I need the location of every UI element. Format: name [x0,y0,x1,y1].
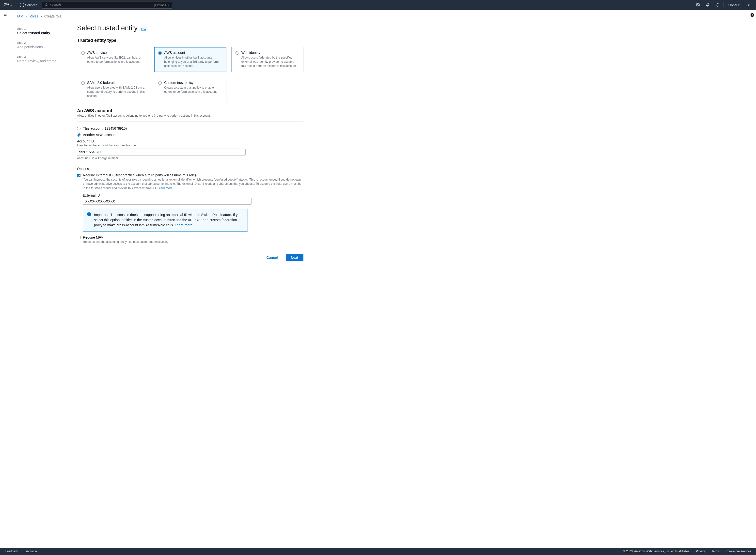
top-nav: aws Services [Option+S] Global ▾ ▾ [0,0,756,10]
notifications-icon[interactable] [703,1,712,9]
services-label: Services [25,3,37,7]
grid-icon [20,3,24,7]
entity-card-saml[interactable]: SAML 2.0 federation Allow users federate… [77,77,149,102]
learn-more-link[interactable]: Learn more [175,223,193,227]
entity-card-aws-account[interactable]: AWS account Allow entities in other AWS … [154,47,226,72]
search-shortcut: [Option+S] [154,3,170,7]
radio-icon [77,127,81,130]
account-id-label: Account ID [77,139,303,143]
footer-terms[interactable]: Terms [711,550,720,553]
account-id-input[interactable] [77,148,246,156]
info-link[interactable]: Info [141,28,146,31]
radio-icon [158,51,162,55]
checkbox-external-id[interactable]: Require external ID (Best practice when … [77,173,303,190]
radio-icon [81,51,85,55]
account-menu[interactable]: ▾ [746,1,752,9]
services-menu[interactable]: Services [18,2,40,8]
sidebar-toggle[interactable] [0,10,10,548]
checkbox-mfa[interactable]: Require MFA Requires that the assuming e… [77,236,303,244]
footer: Feedback Language © 2023, Amazon Web Ser… [0,548,756,555]
search-input[interactable] [48,3,154,7]
cloudshell-icon[interactable] [694,1,702,9]
entity-card-aws-service[interactable]: AWS service Allow AWS services like EC2,… [77,47,149,72]
page-title: Select trusted entity Info [77,24,303,32]
footer-feedback[interactable]: Feedback [5,550,18,553]
chevron-right-icon: › [26,14,27,18]
entity-card-custom[interactable]: Custom trust policy Create a custom trus… [154,77,226,102]
footer-copyright: © 2023, Amazon Web Services, Inc. or its… [623,550,690,553]
search-icon [45,3,48,7]
svg-point-1 [45,4,47,6]
checkbox-icon [77,174,81,177]
radio-icon [77,133,81,136]
hamburger-icon [3,13,7,17]
account-id-hint: Identifier of the account that can use t… [77,144,303,147]
info-alert: i Important: The console does not suppor… [83,209,248,231]
step-2[interactable]: Step 2 Add permissions [17,38,65,52]
info-panel-toggle[interactable]: i [750,13,755,18]
info-icon: i [87,212,91,216]
external-id-label: External ID [83,194,303,197]
wizard-steps: Step 1 Select trusted entity Step 2 Add … [17,24,65,261]
radio-icon [236,51,239,55]
cancel-button[interactable]: Cancel [262,254,283,261]
help-icon[interactable] [713,1,722,9]
aws-logo[interactable]: aws [4,2,15,8]
wizard-buttons: Cancel Next [77,254,303,261]
footer-privacy[interactable]: Privacy [696,550,706,553]
entity-cards: AWS service Allow AWS services like EC2,… [77,47,303,102]
search-box[interactable]: [Option+S] [42,1,172,9]
learn-more-link[interactable]: Learn more [158,186,172,190]
radio-icon [158,81,162,85]
footer-language[interactable]: Language [24,550,37,553]
account-heading: An AWS account [77,108,303,114]
external-id-input[interactable] [83,198,252,205]
breadcrumb-iam[interactable]: IAM [17,14,24,18]
next-button[interactable]: Next [286,254,303,261]
breadcrumb-current: Create role [44,14,61,18]
breadcrumb: IAM › Roles › Create role [17,14,749,18]
checkbox-icon [77,236,81,239]
svg-text:i: i [752,14,753,16]
breadcrumb-roles[interactable]: Roles [30,14,38,18]
entity-card-web-identity[interactable]: Web identity Allows users federated by t… [231,47,303,72]
entity-type-heading: Trusted entity type [77,38,303,43]
svg-line-2 [47,5,48,6]
chevron-down-icon: ▾ [738,3,740,7]
nav-right-icons: Global ▾ ▾ [694,1,752,9]
account-id-help: Account ID is a 12-digit number. [77,157,303,160]
options-heading: Options [77,167,303,171]
radio-icon [81,81,85,85]
radio-this-account[interactable]: This account (12345678910) [77,126,303,130]
step-1[interactable]: Step 1 Select trusted entity [17,24,65,38]
chevron-right-icon: › [41,14,42,18]
step-3[interactable]: Step 3 Name, review, and create [17,52,65,66]
svg-text:aws: aws [4,3,9,5]
footer-cookies[interactable]: Cookie preferences [725,550,751,553]
region-selector[interactable]: Global ▾ [725,1,742,9]
account-desc: Allow entities in other AWS accounts bel… [77,114,303,117]
chevron-down-icon: ▾ [748,3,750,7]
radio-another-account[interactable]: Another AWS account [77,133,303,137]
